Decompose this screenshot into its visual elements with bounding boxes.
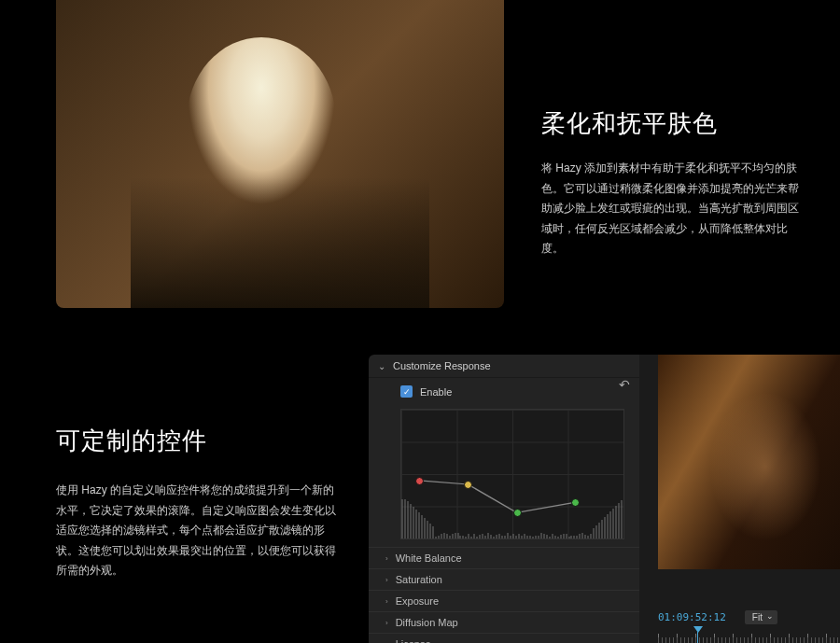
chevron-down-icon: ⌄	[378, 361, 385, 371]
timecode-display[interactable]: 01:09:52:12	[658, 611, 726, 623]
param-label: Diffusion Map	[396, 617, 458, 628]
chevron-right-icon: ›	[385, 640, 388, 644]
checkbox-checked-icon[interactable]: ✓	[400, 385, 413, 398]
feature-copy: 可定制的控件 使用 Hazy 的自定义响应控件将您的成绩提升到一个新的水平，它决…	[0, 355, 369, 643]
timecode-bar: 01:09:52:12 Fit	[658, 610, 840, 624]
chevron-right-icon: ›	[385, 619, 388, 627]
editor-screenshot: ⌄ Customize Response ↶ ✓ Enable ›White B…	[369, 355, 840, 643]
chevron-right-icon: ›	[385, 576, 388, 584]
video-preview-frame	[658, 355, 840, 569]
param-row-exposure[interactable]: ›Exposure	[369, 590, 639, 611]
response-curve-editor[interactable]	[400, 409, 624, 539]
panel-header-label: Customize Response	[393, 360, 491, 371]
enable-label: Enable	[420, 386, 452, 398]
curve-control-point[interactable]	[415, 477, 424, 485]
curve-svg	[401, 410, 623, 538]
feature-body: 使用 Hazy 的自定义响应控件将您的成绩提升到一个新的水平，它决定了效果的滚降…	[56, 481, 341, 581]
param-label: White Balance	[396, 552, 462, 564]
enable-toggle-row[interactable]: ✓ Enable	[369, 378, 639, 405]
param-row-saturation[interactable]: ›Saturation	[369, 568, 639, 590]
param-row-diffusion-map[interactable]: ›Diffusion Map	[369, 611, 639, 633]
chevron-right-icon: ›	[385, 554, 388, 563]
feature-section-smooth-skin: 柔化和抚平肤色 将 Hazy 添加到素材中有助于柔化和抚平不均匀的肤色。它可以通…	[0, 0, 840, 308]
feature-section-custom-controls: 可定制的控件 使用 Hazy 的自定义响应控件将您的成绩提升到一个新的水平，它决…	[0, 355, 840, 643]
preview-monitor: 01:09:52:12 Fit	[639, 355, 840, 643]
chevron-right-icon: ›	[385, 597, 388, 606]
feature-title: 柔化和抚平肤色	[541, 107, 803, 140]
param-label: License	[396, 638, 431, 643]
hero-photo-portrait	[56, 0, 504, 308]
effects-panel: ⌄ Customize Response ↶ ✓ Enable ›White B…	[369, 355, 639, 643]
param-label: Saturation	[396, 574, 442, 585]
feature-body: 将 Hazy 添加到素材中有助于柔化和抚平不均匀的肤色。它可以通过稍微柔化图像并…	[541, 159, 803, 259]
feature-copy: 柔化和抚平肤色 将 Hazy 添加到素材中有助于柔化和抚平不均匀的肤色。它可以通…	[504, 0, 840, 308]
param-row-white-balance[interactable]: ›White Balance	[369, 547, 639, 568]
param-row-license[interactable]: ›License	[369, 633, 639, 643]
reset-icon[interactable]: ↶	[619, 377, 630, 392]
timeline-ruler[interactable]	[658, 628, 840, 643]
playhead-icon[interactable]	[693, 626, 703, 643]
curve-control-point[interactable]	[571, 498, 580, 507]
zoom-fit-dropdown[interactable]: Fit	[745, 610, 777, 624]
feature-title: 可定制的控件	[56, 425, 341, 457]
param-label: Exposure	[396, 595, 439, 607]
panel-header-customize-response[interactable]: ⌄ Customize Response	[369, 355, 639, 378]
